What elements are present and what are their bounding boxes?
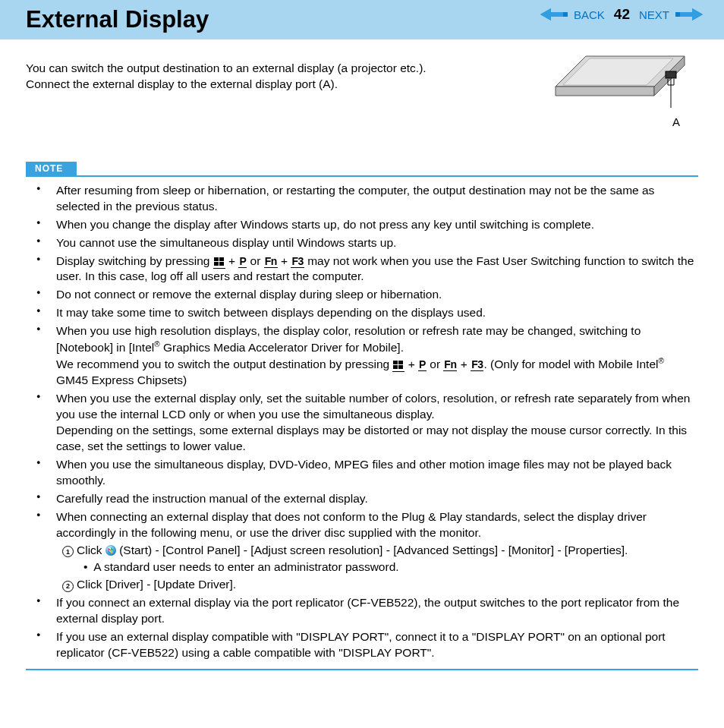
header-bar: External Display BACK 42 NEXT <box>0 0 724 39</box>
circled-2-icon: 2 <box>62 581 74 592</box>
start-orb-icon <box>105 545 116 556</box>
intro-line1: You can switch the output destination to… <box>26 61 427 74</box>
next-link[interactable]: NEXT <box>639 8 669 21</box>
note-item: If you connect an external display via t… <box>53 595 695 627</box>
registered-mark: ® <box>659 357 664 365</box>
next-arrow-icon[interactable] <box>675 8 703 21</box>
substep-1: 1Click (Start) - [Control Panel] - [Adju… <box>62 543 695 559</box>
laptop-figure: A <box>548 49 698 132</box>
svg-rect-16 <box>219 262 224 266</box>
svg-marker-1 <box>540 8 563 20</box>
svg-rect-14 <box>219 257 224 261</box>
note-item: When you change the display after Window… <box>53 217 695 233</box>
note-item: Display switching by pressing + P or Fn … <box>53 254 695 285</box>
svg-rect-13 <box>214 257 219 261</box>
note-item: Do not connect or remove the external di… <box>53 287 695 303</box>
sub-bullet: • A standard user needs to enter an admi… <box>83 559 695 575</box>
page-number: 42 <box>614 6 630 23</box>
note-section: NOTE After resuming from sleep or hibern… <box>26 161 698 670</box>
key-p: P <box>238 255 247 268</box>
svg-rect-19 <box>393 365 398 369</box>
note-item: It may take some time to switch between … <box>53 305 695 321</box>
note-badge: NOTE <box>26 162 77 175</box>
note-item: When you use high resolution displays, t… <box>53 323 695 389</box>
svg-rect-20 <box>398 365 403 369</box>
notes-list: After resuming from sleep or hibernation… <box>26 183 698 661</box>
key-fn: Fn <box>264 255 278 268</box>
note-bottom-rule <box>26 669 698 670</box>
key-f3: F3 <box>471 358 483 371</box>
note-item: When you use the external display only, … <box>53 391 695 455</box>
laptop-illustration-icon <box>548 49 698 115</box>
note-item: Carefully read the instruction manual of… <box>53 491 695 507</box>
back-link[interactable]: BACK <box>574 8 605 21</box>
note-item: When connecting an external display that… <box>53 509 695 594</box>
svg-marker-3 <box>680 8 703 20</box>
note-top-rule <box>26 175 698 177</box>
figure-label-a: A <box>654 115 698 128</box>
windows-key-icon <box>213 256 225 269</box>
key-p: P <box>418 358 427 371</box>
note-item: When you use the simultaneous display, D… <box>53 457 695 489</box>
svg-rect-18 <box>398 361 403 364</box>
svg-rect-15 <box>214 262 219 266</box>
intro-text: You can switch the output destination to… <box>26 61 519 93</box>
substep-2: 2Click [Driver] - [Update Driver]. <box>62 577 695 593</box>
svg-rect-17 <box>393 361 398 364</box>
back-arrow-icon[interactable] <box>540 8 568 21</box>
note-item: After resuming from sleep or hibernation… <box>53 183 695 215</box>
page-title: External Display <box>26 6 209 33</box>
circled-1-icon: 1 <box>62 546 74 557</box>
svg-marker-5 <box>556 87 654 96</box>
page-nav: BACK 42 NEXT <box>540 6 703 23</box>
windows-key-icon <box>392 359 404 372</box>
registered-mark: ® <box>154 340 159 348</box>
svg-rect-7 <box>666 71 676 78</box>
key-f3: F3 <box>291 255 304 268</box>
note-item: If you use an external display compatibl… <box>53 629 695 661</box>
intro-line2: Connect the external display to the exte… <box>26 77 338 90</box>
key-fn: Fn <box>443 358 457 371</box>
content-area: You can switch the output destination to… <box>0 39 724 678</box>
note-item: You cannot use the simultaneous display … <box>53 235 695 251</box>
